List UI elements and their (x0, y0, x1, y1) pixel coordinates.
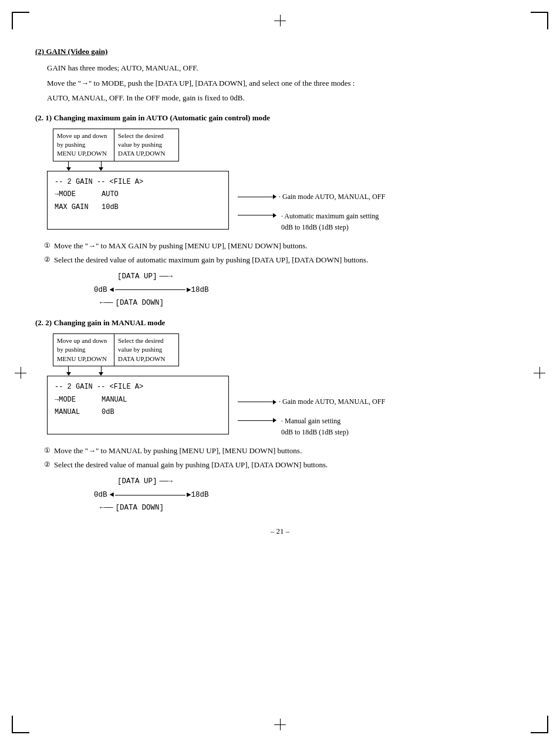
para1: GAIN has three modes; AUTO, MANUAL, OFF. (47, 62, 525, 74)
subsection2-step2: ② Select the desired value of manual gai… (44, 459, 525, 471)
crosshair-left (15, 367, 26, 379)
corner-mark-tr (531, 12, 548, 29)
page-number: – 21 – (35, 527, 525, 536)
diagram2-row2-label: MANUAL (55, 406, 102, 419)
diagram2: Move up and down by pushing MENU UP,DOWN… (47, 333, 525, 439)
diagram2-row1-value: MANUAL (102, 394, 127, 407)
diagram2-annotations: · Gain mode AUTO, MANUAL, OFF · Manual g… (238, 376, 385, 439)
diagram2-row1-label: →MODE (55, 394, 102, 407)
diagram1-label-left: Move up and down by pushing MENU UP,DOWN (53, 129, 114, 161)
diagram2-label-left: Move up and down by pushing MENU UP,DOWN (53, 333, 114, 366)
diagram1: Move up and down by pushing MENU UP,DOWN… (47, 129, 525, 234)
diagram2-row2-value: 0dB (102, 406, 114, 419)
diagram2-label-right: Select the desired value by pushing DATA… (114, 333, 179, 366)
subsection1-step2: ② Select the desired value of automatic … (44, 254, 525, 266)
subsection2-step1: ① Move the "→" to MANUAL by pushing [MEN… (44, 445, 525, 457)
data-flow-2: [DATA UP] ——→ 0dB ◄ ▶18dB ←—— [DATA DOWN… (94, 475, 525, 515)
crosshair-bottom (274, 719, 286, 730)
crosshair-right (534, 367, 545, 379)
subsection1-steps: ① Move the "→" to MAX GAIN by pushing [M… (44, 240, 525, 265)
diagram1-annotation2b: 0dB to 18dB (1dB step) (281, 222, 379, 233)
diagram1-menu-line: -- 2 GAIN -- <FILE A> (55, 176, 221, 189)
diagram2-annotation1: · Gain mode AUTO, MANUAL, OFF (279, 396, 385, 407)
corner-mark-br (531, 716, 548, 733)
para3: AUTO, MANUAL, OFF. In the OFF mode, gain… (47, 92, 525, 104)
para2: Move the "→" to MODE, push the [DATA UP]… (47, 77, 525, 89)
diagram1-row2-value: 10dB (102, 201, 119, 214)
subsection1-step1: ① Move the "→" to MAX GAIN by pushing [M… (44, 240, 525, 252)
corner-mark-tl (12, 12, 29, 29)
diagram2-menu-line: -- 2 GAIN -- <FILE A> (55, 381, 221, 394)
diagram1-row1-label: →MODE (55, 188, 102, 201)
diagram2-annotation2b: 0dB to 18dB (1dB step) (281, 427, 349, 438)
diagram1-annotation2: · Automatic maximum gain setting (281, 211, 379, 222)
subsection2-steps: ① Move the "→" to MANUAL by pushing [MEN… (44, 445, 525, 470)
data-flow-1: [DATA UP] ——→ 0dB ◄ ▶18dB ←—— [DATA DOWN… (94, 270, 525, 310)
diagram1-annotation1: · Gain mode AUTO, MANUAL, OFF (279, 191, 385, 203)
diagram2-annotation2: · Manual gain setting (281, 416, 349, 427)
section-title: (2) GAIN (Video gain) (35, 47, 525, 56)
diagram1-label-right: Select the desired value by pushing DATA… (114, 129, 179, 161)
subsection2-title: (2. 2) Changing gain in MANUAL mode (35, 318, 525, 328)
diagram2-main-row: -- 2 GAIN -- <FILE A> →MODE MANUAL MANUA… (47, 376, 525, 439)
diagram1-main-row: -- 2 GAIN -- <FILE A> →MODE AUTO MAX GAI… (47, 171, 525, 234)
diagram1-row2-label: MAX GAIN (55, 201, 102, 214)
corner-mark-bl (12, 716, 29, 733)
diagram1-row1-value: AUTO (102, 188, 119, 201)
subsection1-title: (2. 1) Changing maximum gain in AUTO (Au… (35, 113, 525, 123)
diagram1-annotations: · Gain mode AUTO, MANUAL, OFF · Automati… (238, 171, 385, 234)
